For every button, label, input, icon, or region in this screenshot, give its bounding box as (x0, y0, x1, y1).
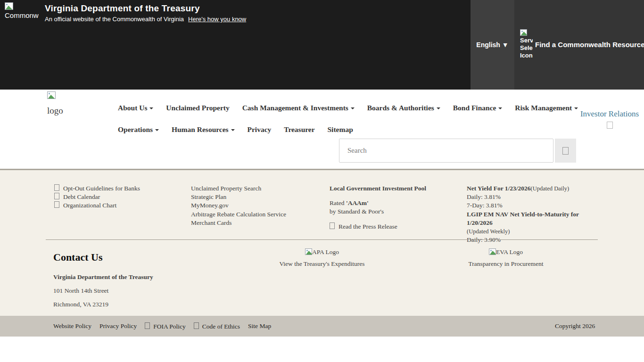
nav-unclaimed-property[interactable]: Unclaimed Property (166, 104, 229, 112)
contact-section: Contact Us Virginia Department of the Tr… (53, 251, 153, 323)
copyright-text: Copyright 2026 (555, 322, 595, 330)
lgip-title: Local Government Investment Pool (330, 184, 464, 193)
chevron-down-icon (231, 129, 235, 131)
website-policy-link[interactable]: Website Policy (53, 322, 91, 330)
contact-street: 101 North 14th Street (53, 286, 153, 296)
government-banner: Commonwealth of Virginia Virginia Depart… (0, 0, 644, 90)
document-icon (145, 322, 150, 329)
lgip-nav-note: (Updated Weekly) (467, 227, 601, 236)
lgip-nav-daily: Daily: 3.90% (467, 236, 601, 244)
footer-lgip-column: Local Government Investment Pool Rated '… (330, 184, 464, 231)
nav-boards-authorities[interactable]: Boards & Authorities (367, 104, 440, 112)
footer-link-strategic-plan[interactable]: Strategic Plan (191, 193, 325, 201)
site-logo-alt-text: logo (47, 106, 85, 116)
foia-policy-link[interactable]: FOIA Policy (145, 322, 186, 330)
chevron-down-icon (155, 129, 159, 131)
external-link-icon (607, 122, 613, 129)
search-input[interactable] (339, 139, 553, 163)
document-icon (194, 322, 199, 329)
nav-bond-finance[interactable]: Bond Finance (453, 104, 503, 112)
nav-sitemap[interactable]: Sitemap (328, 125, 353, 134)
net-yield-title: Net Yield For 1/23/2026(Updated Daily) (467, 184, 601, 193)
contact-heading: Contact Us (53, 251, 153, 263)
privacy-policy-link[interactable]: Privacy Policy (99, 322, 137, 330)
language-selector[interactable]: English ▼ (471, 0, 514, 90)
eva-logo-broken-image[interactable]: EVA Logo (449, 248, 562, 256)
document-icon (330, 222, 335, 229)
footer-link-organizational-chart[interactable]: Organizational Chart (54, 201, 186, 210)
chevron-down-icon (149, 107, 153, 109)
document-icon (54, 201, 59, 208)
nav-cash-management[interactable]: Cash Management & Investments (242, 104, 355, 112)
broken-image-icon (489, 248, 496, 255)
site-map-link[interactable]: Site Map (248, 322, 271, 330)
eva-logo-block: EVA Logo Transparency in Procurement (449, 248, 562, 268)
footer-link-merchant-cards[interactable]: Merchant Cards (191, 219, 325, 227)
chevron-down-icon (498, 107, 502, 109)
footer: Opt-Out Guidelines for Banks Debt Calend… (0, 169, 644, 316)
eva-caption-link[interactable]: Transparency in Procurement (449, 260, 562, 268)
spacer (330, 193, 464, 199)
investor-relations-label: Investor Relations (580, 109, 639, 118)
service-selector-alt-text: Service Selector Icon (520, 37, 533, 59)
policy-bar: Website Policy Privacy Policy FOIA Polic… (0, 316, 644, 337)
nav-treasurer[interactable]: Treasurer (284, 125, 314, 134)
spacer (330, 216, 464, 222)
footer-link-debt-calendar[interactable]: Debt Calendar (54, 193, 186, 201)
main-navigation: logo About Us Unclaimed Property Cash Ma… (0, 90, 644, 170)
commonwealth-logo-broken-image[interactable]: Commonwealth of Virginia (5, 2, 39, 21)
footer-links-column-2: Unclaimed Property Search Strategic Plan… (191, 184, 325, 227)
net-yield-7day: 7-Day: 3.81% (467, 201, 601, 210)
chevron-down-icon (574, 107, 578, 109)
heres-how-you-know-link[interactable]: Here's how you know (188, 16, 246, 23)
investor-relations-link[interactable]: Investor Relations (579, 109, 640, 131)
footer-link-arbitrage-rebate[interactable]: Arbitrage Rebate Calculation Service (191, 210, 325, 219)
find-commonwealth-resource-link[interactable]: Find a Commonwealth Resource (535, 41, 644, 49)
search-button[interactable] (555, 139, 576, 163)
code-of-ethics-link[interactable]: Code of Ethics (194, 322, 240, 330)
nav-risk-management[interactable]: Risk Management (515, 104, 578, 112)
official-website-text: An official website of the Commonwealth … (45, 16, 184, 23)
document-icon (54, 193, 59, 199)
footer-link-mymoney[interactable]: MyMoney.gov (191, 201, 325, 210)
lgip-rating: Rated 'AAAm' (330, 199, 464, 207)
commonwealth-logo-alt-text: Commonwealth of Virginia (5, 11, 39, 20)
contact-org: Virginia Department of the Treasury (53, 272, 153, 282)
net-yield-daily: Daily: 3.81% (467, 193, 601, 201)
nav-row-2: Operations Human Resources Privacy Treas… (118, 125, 556, 134)
footer-divider (46, 239, 598, 240)
nav-human-resources[interactable]: Human Resources (172, 125, 235, 134)
chevron-down-icon (437, 107, 440, 109)
nav-privacy[interactable]: Privacy (248, 125, 272, 134)
broken-image-icon (47, 91, 56, 99)
resource-column: Service Selector Icon Find a Commonwealt… (514, 0, 644, 90)
footer-link-unclaimed-property-search[interactable]: Unclaimed Property Search (191, 184, 325, 193)
apa-logo-alt-text: APA Logo (312, 248, 339, 255)
policy-links: Website Policy Privacy Policy FOIA Polic… (53, 322, 271, 330)
apa-logo-block: APA Logo View the Treasury's Expenditure… (265, 248, 379, 268)
site-title: Virginia Department of the Treasury (45, 3, 200, 14)
lgip-nav-title: LGIP EM NAV Net Yield-to-Maturity for 1/… (467, 210, 601, 227)
apa-logo-broken-image[interactable]: APA Logo (265, 248, 379, 256)
apa-caption-link[interactable]: View the Treasury's Expenditures (265, 260, 379, 268)
broken-image-icon (520, 29, 527, 36)
footer-yields-column: Net Yield For 1/23/2026(Updated Daily) D… (467, 184, 601, 244)
contact-city: Richmond, VA 23219 (53, 299, 153, 309)
site-logo-broken-image[interactable]: logo (47, 91, 85, 116)
page: Commonwealth of Virginia Virginia Depart… (0, 0, 644, 362)
broken-image-icon (5, 2, 13, 10)
eva-logo-alt-text: EVA Logo (496, 248, 523, 255)
service-selector-broken-image: Service Selector Icon (520, 29, 533, 63)
lgip-rating-agency: by Standard & Poor's (330, 207, 464, 216)
search-icon (562, 147, 569, 155)
footer-link-opt-out-guidelines[interactable]: Opt-Out Guidelines for Banks (54, 184, 186, 193)
nav-operations[interactable]: Operations (118, 125, 159, 134)
nav-menu: About Us Unclaimed Property Cash Managem… (118, 90, 556, 134)
broken-image-icon (305, 248, 312, 255)
document-icon (54, 184, 59, 191)
official-website-note: An official website of the Commonwealth … (45, 16, 246, 23)
press-release-link[interactable]: Read the Press Release (330, 222, 464, 231)
nav-about-us[interactable]: About Us (118, 104, 153, 112)
footer-links-column-1: Opt-Out Guidelines for Banks Debt Calend… (54, 184, 186, 210)
nav-row-1: About Us Unclaimed Property Cash Managem… (118, 104, 556, 112)
